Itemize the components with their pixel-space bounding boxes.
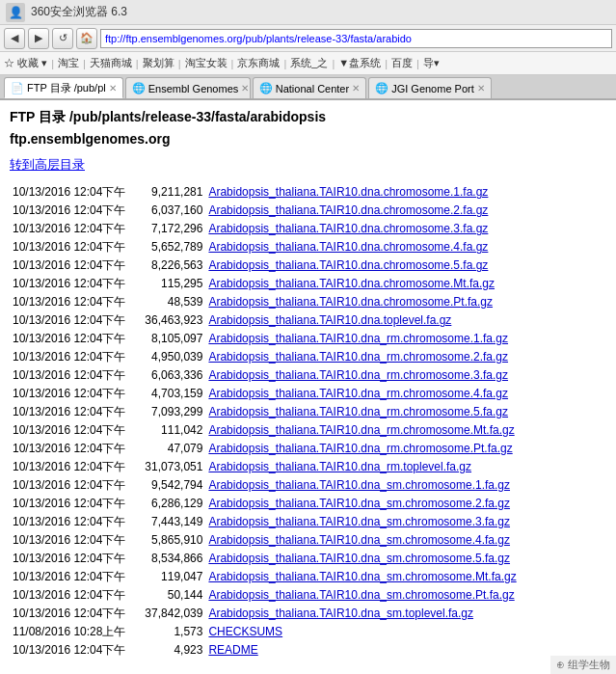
- refresh-button[interactable]: ↺: [52, 28, 73, 49]
- tab-ensembl-label: Ensembl Genomes: [148, 83, 239, 94]
- file-size: 31,073,051: [128, 458, 205, 476]
- table-row: 10/13/2016 12:04下午31,073,051Arabidopsis_…: [10, 458, 606, 476]
- table-row: 10/13/2016 12:04下午6,037,160Arabidopsis_t…: [10, 202, 606, 220]
- file-link-cell: Arabidopsis_thaliana.TAIR10.dna_sm.chrom…: [205, 531, 606, 550]
- file-size: 50,144: [128, 586, 205, 605]
- file-size: 1,573: [128, 623, 205, 641]
- file-link[interactable]: Arabidopsis_thaliana.TAIR10.dna_rm.chrom…: [208, 405, 508, 418]
- tab-ensembl[interactable]: 🌐 Ensembl Genomes ✕: [125, 77, 251, 98]
- file-link[interactable]: Arabidopsis_thaliana.TAIR10.dna_sm.chrom…: [208, 478, 510, 492]
- file-link[interactable]: Arabidopsis_thaliana.TAIR10.dna.chromoso…: [208, 185, 488, 199]
- tab-ftp[interactable]: 📄 FTP 目录 /pub/pl ✕: [4, 77, 123, 98]
- file-link-cell: Arabidopsis_thaliana.TAIR10.dna_rm.chrom…: [205, 403, 606, 421]
- table-row: 10/13/2016 12:04下午6,063,336Arabidopsis_t…: [10, 366, 606, 385]
- bookmark-taobao[interactable]: 淘宝: [58, 56, 79, 70]
- file-link[interactable]: Arabidopsis_thaliana.TAIR10.dna.chromoso…: [208, 295, 493, 309]
- file-date: 10/13/2016 12:04下午: [10, 330, 128, 348]
- file-date: 10/13/2016 12:04下午: [10, 183, 128, 202]
- file-link[interactable]: Arabidopsis_thaliana.TAIR10.dna.toplevel…: [208, 313, 451, 327]
- file-link[interactable]: Arabidopsis_thaliana.TAIR10.dna_rm.tople…: [208, 460, 471, 473]
- file-link[interactable]: Arabidopsis_thaliana.TAIR10.dna.chromoso…: [208, 240, 488, 254]
- bookmark-tmall[interactable]: 天猫商城: [90, 56, 132, 70]
- file-link-cell: Arabidopsis_thaliana.TAIR10.dna_rm.chrom…: [205, 421, 606, 440]
- file-link-cell: Arabidopsis_thaliana.TAIR10.dna.chromoso…: [205, 256, 606, 275]
- file-size: 8,105,097: [128, 330, 205, 348]
- tab-ensembl-icon: 🌐: [132, 82, 146, 94]
- file-link[interactable]: Arabidopsis_thaliana.TAIR10.dna.chromoso…: [208, 203, 488, 217]
- file-link[interactable]: Arabidopsis_thaliana.TAIR10.dna_sm.chrom…: [208, 570, 516, 583]
- file-date: 10/13/2016 12:04下午: [10, 568, 128, 586]
- file-link[interactable]: Arabidopsis_thaliana.TAIR10.dna_sm.chrom…: [208, 552, 510, 565]
- file-size: 111,042: [128, 421, 205, 440]
- app-avatar: 👤: [6, 3, 25, 22]
- title-bar: 👤 360安全浏览器 6.3: [0, 0, 616, 25]
- table-row: 10/13/2016 12:04下午119,047Arabidopsis_tha…: [10, 568, 606, 586]
- table-row: 10/13/2016 12:04下午9,542,794Arabidopsis_t…: [10, 476, 606, 495]
- bookmark-vpan[interactable]: ▼盘系统: [338, 56, 381, 70]
- tab-ncbi-label: National Center: [276, 83, 349, 94]
- tab-ftp-close[interactable]: ✕: [109, 83, 117, 94]
- bookmark-baidu[interactable]: 百度: [391, 56, 413, 70]
- file-link[interactable]: Arabidopsis_thaliana.TAIR10.dna.chromoso…: [208, 258, 488, 272]
- table-row: 10/13/2016 12:04下午47,079Arabidopsis_thal…: [10, 440, 606, 458]
- file-link[interactable]: Arabidopsis_thaliana.TAIR10.dna_sm.chrom…: [208, 588, 514, 602]
- home-button[interactable]: 🏠: [76, 28, 97, 49]
- bookmark-jd[interactable]: 京东商城: [237, 56, 280, 70]
- file-link[interactable]: CHECKSUMS: [208, 625, 282, 638]
- table-row: 10/13/2016 12:04下午7,443,149Arabidopsis_t…: [10, 513, 606, 531]
- bookmark-more[interactable]: 导▾: [423, 56, 440, 70]
- file-link[interactable]: Arabidopsis_thaliana.TAIR10.dna_rm.chrom…: [208, 350, 508, 364]
- file-link-cell: Arabidopsis_thaliana.TAIR10.dna_sm.chrom…: [205, 586, 606, 605]
- table-row: 10/13/2016 12:04下午115,295Arabidopsis_tha…: [10, 275, 606, 293]
- table-row: 10/13/2016 12:04下午8,534,866Arabidopsis_t…: [10, 550, 606, 568]
- file-size: 37,842,039: [128, 605, 205, 623]
- bookmark-juhuasuan[interactable]: 聚划算: [143, 56, 174, 70]
- file-date: 10/13/2016 12:04下午: [10, 550, 128, 568]
- file-link-cell: Arabidopsis_thaliana.TAIR10.dna_rm.chrom…: [205, 366, 606, 385]
- file-link-cell: Arabidopsis_thaliana.TAIR10.dna_sm.chrom…: [205, 568, 606, 586]
- tabs-bar: 📄 FTP 目录 /pub/pl ✕ 🌐 Ensembl Genomes ✕ 🌐…: [0, 75, 616, 100]
- file-link[interactable]: Arabidopsis_thaliana.TAIR10.dna_rm.chrom…: [208, 368, 508, 382]
- file-link[interactable]: Arabidopsis_thaliana.TAIR10.dna.chromoso…: [208, 277, 495, 290]
- file-link[interactable]: Arabidopsis_thaliana.TAIR10.dna_rm.chrom…: [208, 387, 508, 400]
- file-link[interactable]: Arabidopsis_thaliana.TAIR10.dna.chromoso…: [208, 222, 488, 235]
- parent-link[interactable]: 转到高层目录: [10, 156, 85, 174]
- table-row: 10/13/2016 12:04下午37,842,039Arabidopsis_…: [10, 605, 606, 623]
- file-link[interactable]: Arabidopsis_thaliana.TAIR10.dna_rm.chrom…: [208, 442, 512, 455]
- file-date: 10/13/2016 12:04下午: [10, 641, 128, 660]
- file-size: 9,542,794: [128, 476, 205, 495]
- tab-ncbi-icon: 🌐: [259, 82, 273, 94]
- tab-jgi-close[interactable]: ✕: [477, 83, 485, 94]
- main-content: FTP 目录 /pub/plants/release-33/fasta/arab…: [0, 100, 616, 667]
- file-date: 11/08/2016 10:28上午: [10, 623, 128, 641]
- file-link[interactable]: Arabidopsis_thaliana.TAIR10.dna_rm.chrom…: [208, 332, 508, 345]
- file-size: 6,286,129: [128, 495, 205, 513]
- table-row: 11/08/2016 10:28上午1,573CHECKSUMS: [10, 623, 606, 641]
- file-link[interactable]: Arabidopsis_thaliana.TAIR10.dna_sm.chrom…: [208, 533, 510, 547]
- back-button[interactable]: ◀: [4, 28, 25, 49]
- bookmark-system[interactable]: 系统_之: [290, 56, 328, 70]
- table-row: 10/13/2016 12:04下午50,144Arabidopsis_thal…: [10, 586, 606, 605]
- file-link[interactable]: Arabidopsis_thaliana.TAIR10.dna_rm.chrom…: [208, 423, 514, 437]
- file-link[interactable]: Arabidopsis_thaliana.TAIR10.dna_sm.chrom…: [208, 497, 510, 510]
- file-link[interactable]: Arabidopsis_thaliana.TAIR10.dna_sm.chrom…: [208, 515, 510, 528]
- table-row: 10/13/2016 12:04下午9,211,281Arabidopsis_t…: [10, 183, 606, 202]
- tab-ncbi-close[interactable]: ✕: [352, 83, 360, 94]
- address-input[interactable]: [100, 29, 612, 48]
- file-link-cell: Arabidopsis_thaliana.TAIR10.dna_rm.tople…: [205, 458, 606, 476]
- forward-button[interactable]: ▶: [28, 28, 49, 49]
- file-link[interactable]: Arabidopsis_thaliana.TAIR10.dna_sm.tople…: [208, 607, 473, 620]
- bookmarks-bar: ☆ 收藏 ▾ | 淘宝 | 天猫商城 | 聚划算 | 淘宝女装 | 京东商城 |…: [0, 52, 616, 75]
- file-date: 10/13/2016 12:04下午: [10, 293, 128, 311]
- file-link-cell: Arabidopsis_thaliana.TAIR10.dna.toplevel…: [205, 311, 606, 330]
- tab-ncbi[interactable]: 🌐 National Center ✕: [253, 77, 366, 98]
- bookmark-favorites[interactable]: ☆ 收藏 ▾: [4, 56, 47, 70]
- tab-jgi-icon: 🌐: [375, 82, 388, 94]
- tab-jgi[interactable]: 🌐 JGI Genome Port ✕: [368, 77, 492, 98]
- file-link[interactable]: README: [208, 643, 257, 657]
- file-link-cell: Arabidopsis_thaliana.TAIR10.dna.chromoso…: [205, 202, 606, 220]
- tab-ftp-icon: 📄: [11, 82, 24, 94]
- file-date: 10/13/2016 12:04下午: [10, 476, 128, 495]
- tab-ensembl-close[interactable]: ✕: [241, 83, 249, 94]
- bookmark-taobao-women[interactable]: 淘宝女装: [185, 56, 228, 70]
